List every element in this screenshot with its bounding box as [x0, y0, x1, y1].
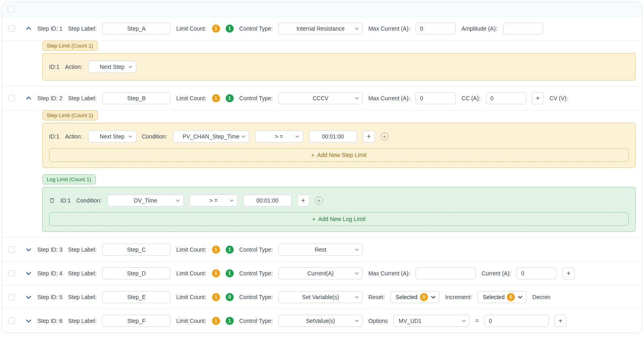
- condition-var-select[interactable]: PV_CHAN_Step_Time: [173, 130, 249, 143]
- add-condition-icon[interactable]: +: [381, 132, 389, 141]
- condition-label: Condition:: [76, 197, 102, 204]
- step-label-input[interactable]: [102, 244, 171, 256]
- control-type-label: Control Type:: [239, 270, 273, 277]
- options-plus-button[interactable]: +: [554, 315, 566, 327]
- max-current-input[interactable]: [416, 92, 456, 104]
- cc-label: CC (A):: [461, 95, 480, 101]
- amplitude-input[interactable]: [503, 23, 543, 35]
- steps-panel: Step ID: 1 Step Label: Limit Count: 1 1 …: [2, 2, 642, 333]
- decrement-label: Decren: [532, 294, 550, 300]
- control-type-label: Control Type:: [239, 246, 273, 253]
- control-type-select[interactable]: Rest: [278, 244, 363, 256]
- action-label: Action:: [65, 133, 82, 140]
- step-checkbox[interactable]: [8, 246, 15, 253]
- chevron-up-icon[interactable]: [25, 25, 32, 32]
- step-checkbox[interactable]: [8, 294, 15, 300]
- chevron-down-icon[interactable]: [25, 294, 32, 300]
- step-id-label: Step ID: 3: [37, 246, 62, 253]
- action-label: Action:: [65, 64, 82, 70]
- limit-count-label: Limit Count:: [176, 25, 206, 32]
- step-label-input[interactable]: [102, 291, 171, 303]
- add-log-limit-button[interactable]: + Add New Log Limit: [49, 212, 629, 226]
- control-type-select[interactable]: Current(A): [278, 267, 363, 279]
- condition-plus-button[interactable]: +: [363, 130, 375, 143]
- cc-input[interactable]: [486, 92, 526, 104]
- limit-count-green-badge: 1: [226, 94, 234, 102]
- log-limit-tab[interactable]: Log Limit (Count 1): [42, 174, 96, 184]
- step-label-input[interactable]: [102, 315, 171, 327]
- current-input[interactable]: [516, 267, 557, 279]
- chevron-down-icon[interactable]: [25, 318, 32, 324]
- condition-value-input[interactable]: [309, 130, 357, 143]
- control-type-select[interactable]: Internal Resistance: [278, 23, 363, 35]
- max-current-label: Max Current (A):: [368, 95, 410, 101]
- control-type-label: Control Type:: [239, 294, 273, 300]
- chevron-down-icon[interactable]: [25, 270, 32, 277]
- control-type-select[interactable]: CCCV: [278, 92, 363, 104]
- step-checkbox[interactable]: [8, 25, 15, 32]
- increment-select[interactable]: Selected 0: [477, 291, 527, 303]
- chevron-down-icon: [128, 64, 133, 69]
- control-type-label: Control Type:: [239, 95, 273, 101]
- step-checkbox[interactable]: [8, 95, 15, 101]
- step-label-input[interactable]: [102, 267, 171, 279]
- limit-count-orange-badge: 1: [212, 269, 220, 277]
- step-row: Step ID: 1 Step Label: Limit Count: 1 1 …: [2, 17, 642, 41]
- control-type-select[interactable]: Set Variable(s): [278, 291, 363, 303]
- step-expanded-body: Step Limit (Count 1) ID:1 Action: Next S…: [2, 41, 642, 87]
- limit-count-orange-badge: 1: [212, 25, 220, 33]
- chevron-down-icon: [354, 271, 359, 276]
- control-type-select[interactable]: SetValue(s): [278, 315, 363, 327]
- limit-id-label: ID:1: [49, 64, 60, 70]
- options-var-select[interactable]: MV_UD1: [393, 315, 470, 327]
- step-label-label: Step Label:: [68, 294, 97, 300]
- step-id-label: Step ID: 5: [37, 294, 62, 300]
- condition-plus-button[interactable]: +: [297, 194, 309, 207]
- chevron-down-icon: [430, 294, 436, 300]
- limit-count-label: Limit Count:: [176, 318, 206, 324]
- select-all-checkbox[interactable]: [8, 6, 14, 12]
- options-value-input[interactable]: [484, 315, 549, 327]
- limit-count-green-badge: 0: [226, 293, 234, 301]
- control-type-label: Control Type:: [239, 318, 273, 324]
- limit-count-orange-badge: 1: [212, 246, 220, 254]
- step-limit-tab[interactable]: Step Limit (Count 1): [42, 41, 98, 51]
- reset-select[interactable]: Selected 0: [390, 291, 439, 303]
- condition-value-input[interactable]: [243, 194, 292, 207]
- limit-count-green-badge: 1: [226, 246, 234, 254]
- increment-label: Increment:: [445, 294, 472, 300]
- condition-op-select[interactable]: > =: [189, 194, 238, 207]
- current-label: Current (A):: [481, 270, 511, 277]
- step-checkbox[interactable]: [8, 318, 15, 324]
- step-label-input[interactable]: [102, 92, 171, 104]
- step-limit-tab[interactable]: Step Limit (Count 1): [42, 110, 98, 120]
- header-bar: [2, 2, 642, 17]
- action-select[interactable]: Next Step: [88, 61, 136, 73]
- current-plus-button[interactable]: +: [562, 267, 574, 279]
- condition-var-select[interactable]: DV_Time: [107, 194, 184, 207]
- chevron-down-icon: [354, 295, 359, 300]
- equals-sign: =: [475, 318, 479, 324]
- limit-count-label: Limit Count:: [176, 95, 206, 101]
- cc-plus-button[interactable]: +: [532, 92, 544, 104]
- action-select[interactable]: Next Step: [88, 130, 136, 143]
- condition-op-select[interactable]: > =: [255, 130, 303, 143]
- step-id-label: Step ID: 2: [37, 95, 62, 101]
- chevron-down-icon[interactable]: [25, 246, 32, 253]
- max-current-input[interactable]: [416, 267, 476, 279]
- options-label: Options: [368, 318, 388, 324]
- control-type-label: Control Type:: [239, 25, 273, 32]
- step-row: Step ID: 3 Step Label: Limit Count: 1 1 …: [2, 238, 642, 262]
- max-current-label: Max Current (A):: [368, 25, 410, 32]
- log-limit-panel: ID:1 Condition: DV_Time > = + + + Add Ne…: [42, 187, 636, 232]
- trash-icon[interactable]: [49, 198, 55, 203]
- step-id-label: Step ID: 4: [37, 270, 62, 277]
- add-step-limit-button[interactable]: + Add New Step Limit: [49, 148, 629, 162]
- chevron-down-icon: [128, 134, 133, 139]
- step-checkbox[interactable]: [8, 270, 15, 277]
- step-label-input[interactable]: [102, 23, 171, 35]
- chevron-up-icon[interactable]: [25, 95, 32, 101]
- max-current-input[interactable]: [416, 23, 456, 35]
- chevron-down-icon: [461, 318, 466, 323]
- add-condition-icon[interactable]: +: [315, 196, 323, 205]
